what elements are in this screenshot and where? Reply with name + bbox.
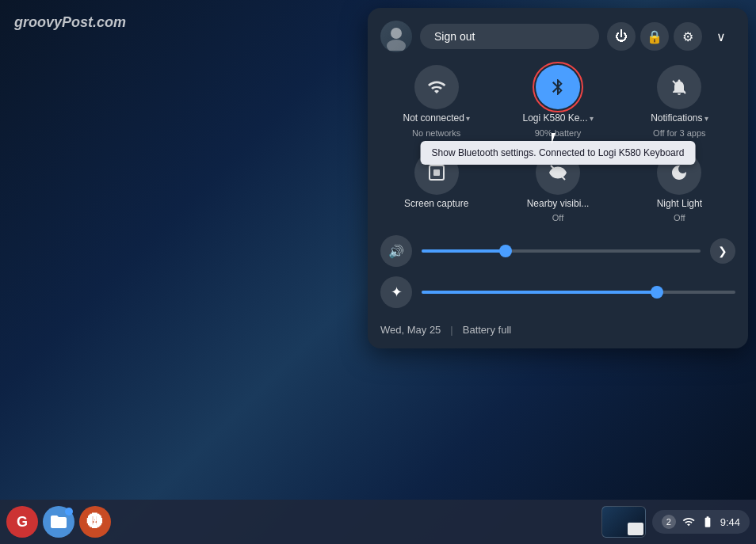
sign-out-button[interactable]: Sign out: [420, 24, 599, 49]
taskbar-thumbnail[interactable]: [601, 506, 646, 538]
screen-capture-label: Screen capture: [404, 198, 468, 211]
screen-capture-tile[interactable]: Screen capture: [380, 150, 492, 223]
lock-button[interactable]: 🔒: [640, 22, 669, 51]
brightness-fill: [422, 291, 657, 294]
wifi-tile-icon: [414, 65, 459, 109]
notifications-dropdown-arrow: ▾: [704, 114, 708, 123]
chevron-down-icon: ∨: [716, 29, 726, 44]
panel-top-row: Sign out ⏻ 🔒 ⚙ ∨: [380, 21, 735, 52]
screen-capture-icon: [414, 150, 459, 195]
bluetooth-tile[interactable]: Logi K580 Ke... ▾ 90% battery Show Bluet…: [502, 65, 613, 138]
bluetooth-label: Logi K580 Ke...: [522, 112, 587, 125]
battery-status: Battery full: [463, 324, 511, 336]
date-label: Wed, May 25: [380, 324, 441, 336]
wifi-status-icon: [682, 515, 695, 528]
night-light-label: Night Light: [657, 198, 702, 211]
clock: 9:44: [720, 516, 740, 528]
taskbar-thumb-inner: [628, 523, 643, 535]
tiles-row-2: Screen capture Nearby visibi... Off Nigh…: [380, 150, 735, 223]
settings-button[interactable]: ⚙: [674, 22, 702, 51]
bluetooth-dropdown-arrow: ▾: [590, 114, 594, 123]
svg-rect-4: [433, 169, 440, 176]
taskbar-app-files[interactable]: [43, 506, 74, 538]
night-light-tile[interactable]: Night Light Off: [624, 150, 735, 223]
battery-status-icon: [701, 515, 714, 528]
quick-settings-panel: Sign out ⏻ 🔒 ⚙ ∨ Not c: [368, 8, 748, 348]
svg-point-0: [391, 28, 402, 39]
power-button[interactable]: ⏻: [607, 22, 636, 51]
avatar[interactable]: [380, 21, 412, 52]
brightness-thumb[interactable]: [651, 286, 663, 299]
date-row: Wed, May 25 | Battery full: [380, 318, 735, 336]
notifications-sublabel: Off for 3 apps: [653, 128, 705, 138]
notifications-tile[interactable]: Notifications ▾ Off for 3 apps: [624, 65, 735, 138]
wifi-sublabel: No networks: [412, 128, 460, 138]
night-light-icon: [657, 150, 701, 195]
settings-icon: ⚙: [682, 29, 693, 44]
tiles-row-1: Not connected ▾ No networks Logi K580 Ke…: [380, 65, 735, 138]
volume-fill: [422, 249, 506, 253]
night-light-sublabel: Off: [674, 213, 685, 223]
taskbar-app-google[interactable]: G: [6, 506, 38, 538]
volume-button[interactable]: 🔊: [380, 235, 412, 267]
wifi-label: Not connected: [403, 112, 464, 125]
brightness-icon: ✦: [391, 283, 403, 301]
notification-count: 2: [662, 515, 676, 529]
top-icons: ⏻ 🔒 ⚙ ∨: [607, 22, 735, 51]
wifi-tile[interactable]: Not connected ▾ No networks: [380, 65, 492, 138]
nearby-visibility-tile[interactable]: Nearby visibi... Off: [502, 150, 613, 223]
taskbar-right: 2 9:44: [601, 506, 750, 538]
volume-expand-button[interactable]: ❯: [710, 238, 735, 264]
taskbar: G 🅦 2 9:44: [0, 500, 756, 544]
brightness-button[interactable]: ✦: [380, 276, 412, 308]
taskbar-apps: G 🅦: [6, 506, 601, 538]
watermark: groovyPost.com: [14, 14, 126, 31]
bluetooth-sublabel: 90% battery: [535, 128, 582, 138]
chevron-button[interactable]: ∨: [707, 22, 735, 51]
power-icon: ⏻: [615, 29, 628, 44]
nearby-label: Nearby visibi...: [527, 198, 590, 211]
nearby-visibility-icon: [536, 150, 580, 195]
notifications-label: Notifications: [651, 112, 702, 125]
brightness-slider-row: ✦: [380, 276, 735, 308]
volume-track[interactable]: [422, 249, 701, 253]
volume-thumb[interactable]: [499, 245, 512, 257]
nearby-sublabel: Off: [552, 213, 563, 223]
svg-point-1: [387, 40, 406, 51]
volume-icon: 🔊: [388, 244, 404, 259]
date-divider: |: [450, 324, 452, 336]
volume-slider-row: 🔊 ❯: [380, 235, 735, 267]
bluetooth-tile-icon: [536, 65, 580, 109]
wifi-dropdown-arrow: ▾: [466, 114, 470, 123]
lock-icon: 🔒: [647, 29, 662, 44]
notifications-tile-icon: [657, 65, 701, 109]
taskbar-status[interactable]: 2 9:44: [652, 510, 750, 534]
brightness-track[interactable]: [422, 291, 735, 294]
volume-expand-icon: ❯: [718, 245, 727, 257]
taskbar-app-office[interactable]: 🅦: [79, 506, 111, 538]
